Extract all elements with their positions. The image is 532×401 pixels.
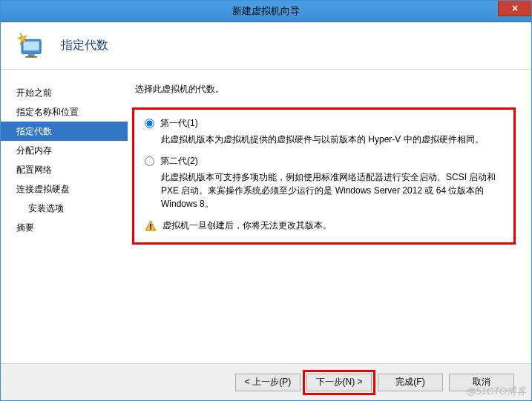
sidebar-item-memory[interactable]: 分配内存 bbox=[0, 141, 128, 160]
sidebar-item-summary[interactable]: 摘要 bbox=[0, 218, 128, 237]
main-panel: 选择此虚拟机的代数。 第一代(1) 此虚拟机版本为虚拟机提供的虚拟硬件与以前版本… bbox=[128, 70, 532, 363]
prev-button[interactable]: < 上一步(P) bbox=[235, 374, 301, 391]
warning-text: 虚拟机一旦创建后，你将无法更改其版本。 bbox=[162, 219, 332, 232]
option-gen1-desc: 此虚拟机版本为虚拟机提供的虚拟硬件与以前版本的 Hyper-V 中的虚拟硬件相同… bbox=[161, 133, 503, 146]
option-gen1-label: 第一代(1) bbox=[160, 117, 198, 130]
sidebar-item-generation[interactable]: 指定代数 bbox=[0, 122, 128, 141]
option-gen2-label: 第二代(2) bbox=[160, 155, 198, 168]
cancel-button[interactable]: 取消 bbox=[449, 374, 514, 391]
radio-gen2[interactable] bbox=[145, 156, 154, 166]
option-gen2-desc: 此虚拟机版本可支持多项功能，例如使用标准网络适配器进行安全启动、SCSI 启动和… bbox=[161, 170, 503, 211]
sidebar-item-network[interactable]: 配置网络 bbox=[0, 160, 128, 179]
page-title: 指定代数 bbox=[61, 38, 108, 53]
wizard-icon bbox=[16, 30, 47, 62]
sidebar: 开始之前 指定名称和位置 指定代数 分配内存 配置网络 连接虚拟硬盘 安装选项 … bbox=[0, 70, 128, 363]
warning-icon bbox=[145, 220, 157, 232]
wizard-body: 开始之前 指定名称和位置 指定代数 分配内存 配置网络 连接虚拟硬盘 安装选项 … bbox=[0, 70, 532, 363]
options-highlight: 第一代(1) 此虚拟机版本为虚拟机提供的虚拟硬件与以前版本的 Hyper-V 中… bbox=[132, 107, 516, 245]
sidebar-item-before-begin[interactable]: 开始之前 bbox=[0, 83, 128, 102]
sidebar-item-label: 连接虚拟硬盘 bbox=[16, 184, 70, 194]
finish-button[interactable]: 完成(F) bbox=[378, 374, 443, 391]
sidebar-item-label: 安装选项 bbox=[28, 203, 64, 213]
window-title: 新建虚拟机向导 bbox=[232, 4, 300, 18]
sidebar-item-label: 摘要 bbox=[16, 222, 34, 233]
warning-row: 虚拟机一旦创建后，你将无法更改其版本。 bbox=[145, 219, 503, 232]
sidebar-item-vhd[interactable]: 连接虚拟硬盘 bbox=[0, 179, 128, 199]
sidebar-item-install-options[interactable]: 安装选项 bbox=[0, 199, 128, 218]
sidebar-item-label: 分配内存 bbox=[16, 145, 52, 156]
close-icon: × bbox=[512, 2, 518, 14]
wizard-footer: < 上一步(P) 下一步(N) > 完成(F) 取消 bbox=[0, 363, 532, 400]
wizard-header: 指定代数 bbox=[0, 22, 532, 70]
sidebar-item-label: 开始之前 bbox=[16, 87, 52, 98]
sidebar-item-label: 指定名称和位置 bbox=[16, 107, 79, 117]
sidebar-item-label: 配置网络 bbox=[16, 165, 52, 175]
svg-rect-7 bbox=[150, 228, 151, 230]
instruction-text: 选择此虚拟机的代数。 bbox=[135, 83, 517, 96]
option-gen1-row[interactable]: 第一代(1) bbox=[145, 117, 503, 130]
svg-rect-3 bbox=[25, 56, 37, 58]
option-gen2-row[interactable]: 第二代(2) bbox=[145, 155, 503, 168]
sidebar-item-label: 指定代数 bbox=[16, 126, 52, 136]
svg-rect-2 bbox=[28, 53, 35, 56]
svg-rect-6 bbox=[150, 224, 151, 228]
close-button[interactable]: × bbox=[498, 0, 532, 16]
radio-gen1[interactable] bbox=[145, 119, 154, 128]
svg-rect-1 bbox=[24, 41, 39, 50]
titlebar: 新建虚拟机向导 × bbox=[0, 0, 532, 22]
next-button[interactable]: 下一步(N) > bbox=[306, 374, 372, 391]
sidebar-item-name-location[interactable]: 指定名称和位置 bbox=[0, 102, 128, 122]
